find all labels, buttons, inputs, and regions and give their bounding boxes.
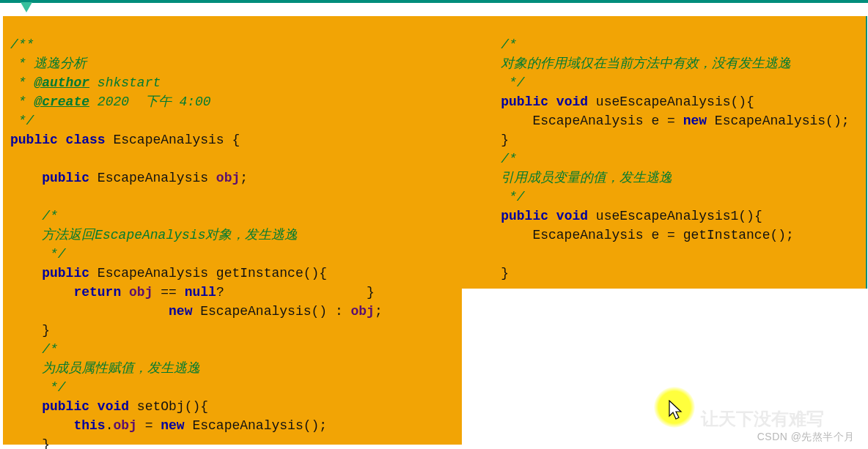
- comment-line: */: [10, 114, 34, 128]
- code-text: ;: [375, 304, 383, 319]
- comment-line: 2020 下午 4:00: [89, 94, 211, 109]
- code-text: EscapeAnalysis {: [106, 133, 240, 147]
- keyword: return: [10, 285, 121, 300]
- comment-line: */: [10, 247, 66, 261]
- code-text: useEscapeAnalysis1(){: [588, 209, 762, 223]
- keyword: public: [10, 171, 89, 185]
- keyword: new: [683, 114, 707, 128]
- code-text: EscapeAnalysis getInstance(){: [89, 266, 327, 281]
- panel-top-border: [0, 0, 868, 3]
- comment-line: 引用成员变量的值，发生逃逸: [469, 171, 672, 185]
- comment-line: shkstart: [89, 75, 161, 90]
- keyword: void: [548, 209, 588, 223]
- code-text: }: [10, 437, 50, 449]
- keyword: public: [10, 399, 89, 414]
- code-text: EscapeAnalysis e =: [469, 114, 683, 128]
- keyword: void: [548, 94, 588, 109]
- comment-line: 为成员属性赋值，发生逃逸: [10, 361, 200, 376]
- code-text: setObj(){: [129, 399, 208, 414]
- comment-line: /**: [10, 37, 34, 52]
- comment-line: /*: [469, 152, 517, 166]
- code-text: EscapeAnalysis() :: [192, 304, 350, 319]
- keyword: public: [10, 133, 58, 147]
- keyword: this: [10, 418, 106, 433]
- keyword: null: [185, 285, 216, 300]
- comment-line: 对象的作用域仅在当前方法中有效，没有发生逃逸: [469, 56, 791, 71]
- code-text: ;: [240, 171, 248, 185]
- identifier: obj: [351, 304, 375, 319]
- code-text: EscapeAnalysis();: [707, 114, 849, 128]
- code-text: EscapeAnalysis: [89, 171, 216, 185]
- code-text: ==: [152, 285, 184, 300]
- mouse-highlight-icon: [654, 387, 695, 428]
- comment-line: /*: [10, 209, 58, 223]
- comment-line: /*: [10, 342, 58, 357]
- keyword: new: [10, 304, 192, 319]
- comment-line: */: [10, 380, 66, 395]
- gutter-marker-icon: [21, 2, 32, 12]
- identifier: obj: [113, 418, 136, 433]
- code-text: .: [106, 418, 114, 433]
- code-panel-left: /** * 逃逸分析 * @author shkstart * @create …: [3, 16, 462, 445]
- identifier: obj: [216, 171, 240, 185]
- comment-line: 方法返回EscapeAnalysis对象，发生逃逸: [10, 228, 298, 242]
- code-text: useEscapeAnalysis(){: [588, 94, 754, 109]
- comment-line: *: [10, 75, 34, 90]
- background-watermark: 让天下没有难写: [701, 409, 824, 428]
- identifier: obj: [121, 285, 152, 300]
- code-panel-right: /* 对象的作用域仅在当前方法中有效，没有发生逃逸 */ public void…: [462, 16, 867, 289]
- comment-line: */: [469, 190, 525, 204]
- comment-line: * 逃逸分析: [10, 56, 87, 71]
- code-text: }: [469, 133, 509, 147]
- code-text: EscapeAnalysis e = getInstance();: [469, 228, 794, 242]
- javadoc-tag: @create: [34, 94, 89, 109]
- code-text: }: [469, 266, 509, 281]
- code-text: EscapeAnalysis();: [185, 418, 327, 433]
- keyword: class: [58, 133, 106, 147]
- code-text: =: [137, 418, 161, 433]
- code-text: }: [10, 323, 50, 338]
- comment-line: *: [10, 94, 34, 109]
- keyword: new: [161, 418, 184, 433]
- keyword: public: [469, 209, 548, 223]
- keyword: void: [89, 399, 129, 414]
- comment-line: /*: [469, 37, 517, 52]
- code-text: ? }: [216, 285, 375, 300]
- keyword: public: [10, 266, 89, 281]
- csdn-watermark: CSDN @先熬半个月: [757, 427, 855, 446]
- comment-line: */: [469, 75, 525, 90]
- keyword: public: [469, 94, 548, 109]
- javadoc-tag: @author: [34, 75, 89, 90]
